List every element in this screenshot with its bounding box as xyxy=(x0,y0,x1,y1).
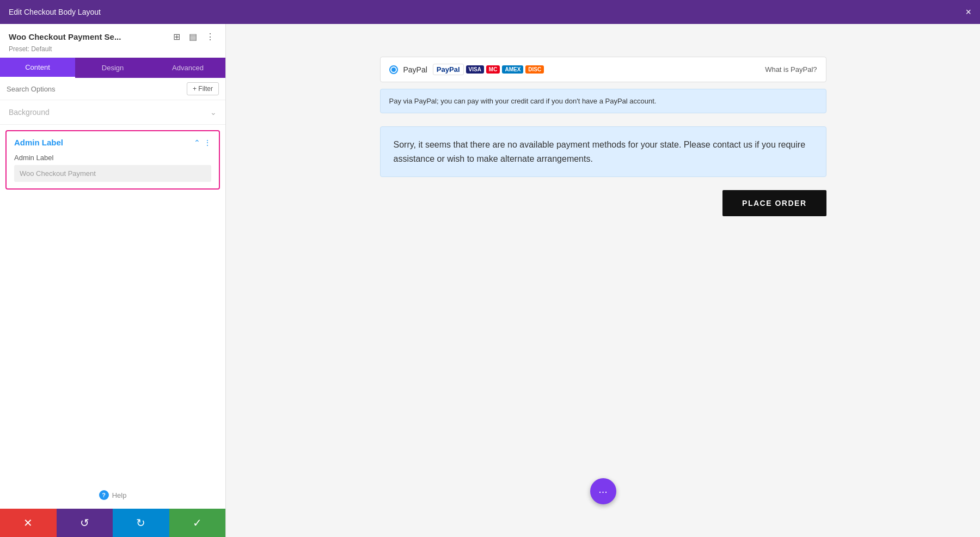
tab-design[interactable]: Design xyxy=(75,58,150,78)
pay-description: Pay via PayPal; you can pay with your cr… xyxy=(380,89,826,113)
chevron-down-icon: ⌄ xyxy=(210,108,217,117)
more-options-button[interactable]: ⋮ xyxy=(204,30,217,43)
right-content: PayPal PayPal VISA MC AMEX DISC What is … xyxy=(226,24,980,537)
admin-label-more-button[interactable]: ⋮ xyxy=(204,138,211,147)
main-layout: Woo Checkout Payment Se... ⊞ ▤ ⋮ Preset:… xyxy=(0,24,980,537)
help-icon: ? xyxy=(99,490,109,500)
collapse-icon-button[interactable]: ⌃ xyxy=(194,138,200,147)
paypal-row: PayPal PayPal VISA MC AMEX DISC What is … xyxy=(380,57,826,82)
top-bar-title: Edit Checkout Body Layout xyxy=(9,8,101,16)
cancel-button[interactable]: ✕ xyxy=(0,509,57,537)
discover-logo: DISC xyxy=(525,65,544,74)
place-order-button[interactable]: PLACE ORDER xyxy=(722,190,826,216)
what-is-paypal-link[interactable]: What is PayPal? xyxy=(765,65,817,74)
background-section-header[interactable]: Background ⌄ xyxy=(0,100,225,125)
panel-content: + Filter Background ⌄ Admin Label ⌃ ⋮ Ad… xyxy=(0,78,225,481)
search-input[interactable] xyxy=(7,85,182,93)
tab-advanced[interactable]: Advanced xyxy=(150,58,225,78)
module-title-row: Woo Checkout Payment Se... ⊞ ▤ ⋮ xyxy=(9,30,217,43)
filter-button[interactable]: + Filter xyxy=(187,82,219,95)
save-button[interactable]: ✓ xyxy=(169,509,226,537)
amex-logo: AMEX xyxy=(502,65,523,74)
responsive-icon-button[interactable]: ⊞ xyxy=(171,30,182,43)
admin-label-title: Admin Label xyxy=(14,138,63,147)
top-bar: Edit Checkout Body Layout × xyxy=(0,0,980,24)
background-section-title: Background xyxy=(9,108,50,117)
help-label[interactable]: Help xyxy=(112,491,127,499)
preset-label[interactable]: Preset: Default xyxy=(9,45,217,53)
search-bar: + Filter xyxy=(0,78,225,100)
admin-label-field-label: Admin Label xyxy=(14,154,211,162)
undo-button[interactable]: ↺ xyxy=(57,509,113,537)
admin-label-input[interactable] xyxy=(14,165,211,182)
paypal-left: PayPal PayPal VISA MC AMEX DISC xyxy=(389,64,544,75)
admin-label-section: Admin Label ⌃ ⋮ Admin Label xyxy=(5,130,220,190)
columns-icon-button[interactable]: ▤ xyxy=(187,30,199,43)
panel-header: Woo Checkout Payment Se... ⊞ ▤ ⋮ Preset:… xyxy=(0,24,225,58)
left-panel: Woo Checkout Payment Se... ⊞ ▤ ⋮ Preset:… xyxy=(0,24,226,537)
fab-button[interactable]: ··· xyxy=(590,478,616,504)
bottom-toolbar: ✕ ↺ ↻ ✓ xyxy=(0,509,225,537)
visa-logo: VISA xyxy=(466,65,484,74)
paypal-logos: PayPal VISA MC AMEX DISC xyxy=(433,64,544,75)
admin-label-header: Admin Label ⌃ ⋮ xyxy=(14,138,211,147)
redo-button[interactable]: ↻ xyxy=(113,509,169,537)
close-button[interactable]: × xyxy=(965,7,971,18)
radio-inner xyxy=(391,68,396,72)
paypal-radio[interactable] xyxy=(389,65,398,74)
module-name: Woo Checkout Payment Se... xyxy=(9,32,121,41)
panel-icon-group: ⊞ ▤ ⋮ xyxy=(171,30,217,43)
paypal-pp-logo: PayPal xyxy=(433,64,464,75)
admin-label-icon-group: ⌃ ⋮ xyxy=(194,138,211,147)
tab-content[interactable]: Content xyxy=(0,58,75,78)
mastercard-logo: MC xyxy=(486,65,500,74)
paypal-label: PayPal xyxy=(403,65,427,74)
tab-bar: Content Design Advanced xyxy=(0,58,225,78)
checkout-payment-widget: PayPal PayPal VISA MC AMEX DISC What is … xyxy=(380,57,826,216)
help-section: ? Help xyxy=(0,481,225,509)
no-payment-notice: Sorry, it seems that there are no availa… xyxy=(380,126,826,177)
